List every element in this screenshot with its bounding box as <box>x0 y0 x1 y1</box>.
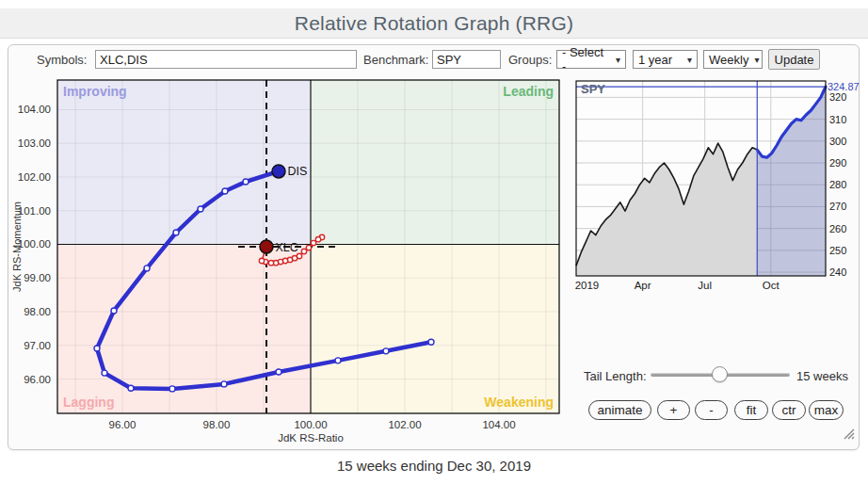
y-tick-label: 100.00 <box>18 238 51 250</box>
rrg-quadrant-leading <box>311 80 559 244</box>
tail-marker-xlc <box>311 240 315 245</box>
spy-title: SPY <box>581 82 605 96</box>
groups-select-value: - Select - <box>562 45 610 73</box>
fit-button[interactable]: fit <box>734 400 768 420</box>
tail-marker-dis <box>128 385 134 391</box>
rrg-quadrant-improving <box>57 80 311 244</box>
page: Relative Rotation Graph (RRG) Symbols: B… <box>0 0 868 484</box>
zoom-out-button[interactable]: - <box>695 400 728 420</box>
tail-marker-dis <box>111 308 117 314</box>
tail-marker-dis <box>383 348 389 354</box>
xlc-dot[interactable] <box>260 240 273 253</box>
x-tick-label: 98.00 <box>203 419 231 430</box>
tail-marker-xlc <box>259 258 264 263</box>
tail-marker-dis <box>335 358 341 363</box>
rrg-chart[interactable]: ImprovingLeadingLaggingWeakeningXLCDIS96… <box>10 76 571 445</box>
y-tick-label: 104.00 <box>18 104 51 115</box>
tail-length-value: 15 weeks <box>796 369 848 383</box>
spy-y-tick-label: 260 <box>829 223 846 234</box>
y-axis-title: JdK RS-Momentum <box>11 202 23 292</box>
tail-marker-xlc <box>306 245 311 250</box>
tail-marker-xlc <box>301 249 306 253</box>
x-tick-label: 102.00 <box>388 419 421 430</box>
x-tick-label: 100.00 <box>294 419 327 430</box>
spy-y-tick-label: 270 <box>829 201 846 212</box>
spy-x-label-2019: 2019 <box>575 280 600 291</box>
spy-x-label-apr: Apr <box>635 280 651 291</box>
range-select-value: 1 year <box>638 53 672 67</box>
y-tick-label: 103.00 <box>18 137 51 149</box>
tail-marker-dis <box>144 266 150 271</box>
chevron-down-icon: ▾ <box>616 55 620 65</box>
max-button[interactable]: max <box>809 400 844 420</box>
zoom-in-button[interactable]: + <box>657 400 690 420</box>
frequency-select[interactable]: Weekly ▾ <box>703 50 763 69</box>
spy-last-price-label: 324.87 <box>828 81 860 92</box>
symbols-label: Symbols: <box>37 53 87 67</box>
title-bar: Relative Rotation Graph (RRG) <box>0 8 868 39</box>
spy-y-tick-label: 290 <box>829 157 846 169</box>
tail-marker-dis <box>94 346 100 351</box>
y-tick-label: 98.00 <box>24 306 51 317</box>
tail-marker-xlc <box>268 260 273 265</box>
xlc-label: XLC <box>276 241 298 254</box>
y-tick-label: 102.00 <box>18 171 51 183</box>
y-tick-label: 97.00 <box>24 340 51 351</box>
tail-marker-xlc <box>315 236 320 241</box>
spy-y-tick-label: 300 <box>829 136 846 147</box>
tail-marker-dis <box>221 381 227 387</box>
range-select[interactable]: 1 year ▾ <box>633 50 698 69</box>
spy-mini-chart: SPY240250260270280290300310320324.872019… <box>564 78 860 293</box>
quadrant-label-lagging: Lagging <box>63 395 114 410</box>
y-tick-label: 101.00 <box>18 205 51 217</box>
rrg-panel: Symbols: Benchmark: Groups: - Select - ▾… <box>8 44 860 450</box>
dis-label: DIS <box>288 165 308 178</box>
groups-select[interactable]: - Select - ▾ <box>556 50 626 69</box>
animate-button[interactable]: animate <box>588 400 651 420</box>
spy-y-tick-label: 310 <box>829 114 846 125</box>
tail-marker-dis <box>198 206 203 212</box>
footer-caption: 15 weeks ending Dec 30, 2019 <box>0 458 868 474</box>
spy-y-tick-label: 250 <box>829 245 846 256</box>
page-title: Relative Rotation Graph (RRG) <box>0 8 868 39</box>
y-tick-label: 96.00 <box>24 374 51 385</box>
quadrant-label-leading: Leading <box>503 84 554 99</box>
tail-marker-dis <box>169 386 175 392</box>
spy-y-tick-label: 280 <box>829 179 846 190</box>
x-tick-label: 96.00 <box>109 419 137 430</box>
rrg-quadrant-weakening <box>311 244 559 413</box>
tail-marker-dis <box>428 339 434 345</box>
dis-dot[interactable] <box>272 165 285 178</box>
spy-y-tick-label: 240 <box>829 266 846 278</box>
benchmark-input[interactable] <box>432 50 501 69</box>
x-axis-title: JdK RS-Ratio <box>278 432 344 444</box>
tail-marker-dis <box>243 179 249 185</box>
groups-label: Groups: <box>508 53 552 67</box>
symbols-input[interactable] <box>95 50 357 69</box>
quadrant-label-improving: Improving <box>63 84 127 99</box>
tail-marker-dis <box>222 188 228 194</box>
chevron-down-icon: ▾ <box>754 55 759 65</box>
tail-length-slider-thumb[interactable] <box>712 366 728 382</box>
resize-handle-icon[interactable] <box>839 424 856 441</box>
tail-marker-dis <box>276 369 281 375</box>
y-tick-label: 99.00 <box>24 272 51 283</box>
ctr-button[interactable]: ctr <box>772 400 806 420</box>
quadrant-label-weakening: Weakening <box>484 395 554 410</box>
x-tick-label: 104.00 <box>482 419 515 430</box>
frequency-select-value: Weekly <box>709 53 748 67</box>
spy-x-label-oct: Oct <box>763 280 780 291</box>
benchmark-label: Benchmark: <box>363 53 428 67</box>
spy-x-label-jul: Jul <box>698 280 712 291</box>
tail-marker-dis <box>173 230 179 235</box>
tail-length-label: Tail Length: <box>584 369 647 383</box>
tail-marker-dis <box>102 370 107 376</box>
spy-y-tick-label: 320 <box>829 91 846 103</box>
update-button[interactable]: Update <box>768 49 820 70</box>
chevron-down-icon: ▾ <box>687 55 692 65</box>
